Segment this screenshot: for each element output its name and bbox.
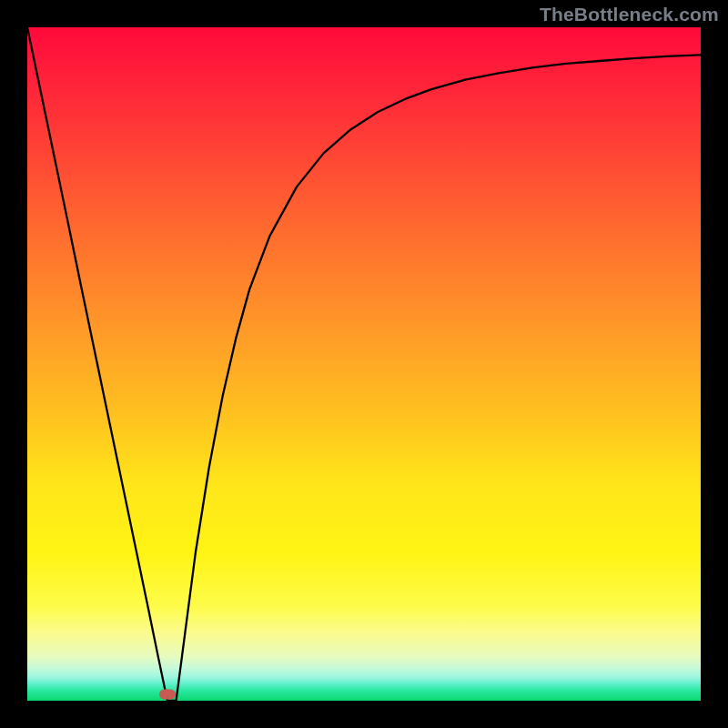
heat-gradient-background [27, 27, 701, 701]
chart-frame: TheBottleneck.com [0, 0, 728, 728]
watermark-text: TheBottleneck.com [540, 4, 719, 25]
plot-area [27, 27, 701, 701]
